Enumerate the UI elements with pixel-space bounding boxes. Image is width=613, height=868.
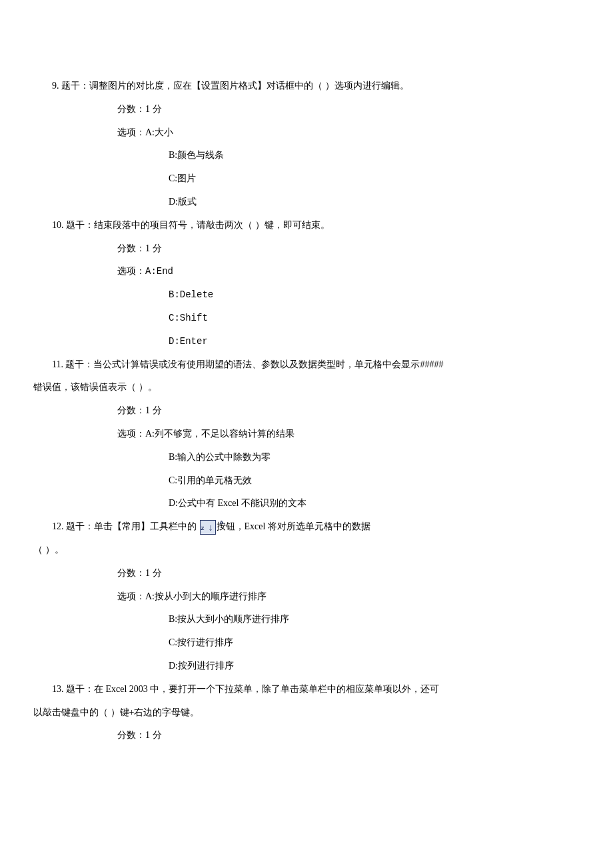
- q12-stem-pre: 单击【常用】工具栏中的: [94, 521, 199, 531]
- q9-label-stem: 题干：: [61, 81, 89, 91]
- q9-opt-a: 选项：A:大小: [33, 123, 580, 143]
- q11-stem2: 错误值，该错误值表示（ ）。: [33, 382, 157, 392]
- q10-stem-text: 结束段落中的项目符号，请敲击两次（ ）键，即可结束。: [94, 220, 330, 230]
- q11-stem-l1: 11. 题干：当公式计算错误或没有使用期望的语法、参数以及数据类型时，单元格中会…: [33, 355, 580, 375]
- q11-b: B:输入的公式中除数为零: [169, 452, 271, 462]
- q13-label-stem: 题干：: [66, 684, 94, 694]
- q10-score-val: 1 分: [145, 243, 162, 253]
- q11-opt-b: B:输入的公式中除数为零: [33, 447, 580, 468]
- q12-label-score: 分数：: [117, 568, 145, 578]
- q9-b: B:颜色与线条: [169, 150, 224, 160]
- q9-label-opts: 选项：: [117, 127, 145, 137]
- q11-label-stem: 题干：: [65, 359, 93, 369]
- q10-score: 分数：1 分: [33, 239, 580, 259]
- q12-b: B:按从大到小的顺序进行排序: [169, 614, 289, 624]
- q11-label-opts: 选项：: [117, 429, 145, 439]
- q12-d: D:按列进行排序: [169, 661, 234, 671]
- q12-opt-d: D:按列进行排序: [33, 656, 580, 677]
- q10-opt-d: D:Enter: [33, 331, 580, 352]
- q12-stem-l2: （ ）。: [33, 540, 580, 561]
- q11-label-score: 分数：: [117, 405, 145, 415]
- q12-c: C:按行进行排序: [169, 637, 233, 647]
- q12-opt-c: C:按行进行排序: [33, 633, 580, 653]
- q10-opt-c: C:Shift: [33, 308, 580, 329]
- q12-num: 12.: [52, 521, 64, 531]
- q12-a: A:按从小到大的顺序进行排序: [145, 591, 267, 601]
- q12-stem-l1: 12. 题干：单击【常用】工具栏中的 AZ↓按钮，Excel 将对所选单元格中的…: [33, 517, 580, 537]
- q9-score-val: 1 分: [145, 104, 162, 114]
- q9-score: 分数：1 分: [33, 99, 580, 120]
- q11-c: C:引用的单元格无效: [169, 475, 252, 485]
- q11-opt-a: 选项：A:列不够宽，不足以容纳计算的结果: [33, 424, 580, 445]
- q11-a: A:列不够宽，不足以容纳计算的结果: [145, 429, 295, 439]
- q10-d: D:Enter: [169, 336, 208, 347]
- q12-opt-b: B:按从大到小的顺序进行排序: [33, 609, 580, 630]
- q9-opt-c: C:图片: [33, 169, 580, 189]
- q10-a: A:End: [145, 266, 173, 277]
- q12-score-val: 1 分: [145, 568, 162, 578]
- q12-stem2: （ ）。: [33, 545, 64, 555]
- q9-d: D:版式: [169, 197, 197, 207]
- q13-score-val: 1 分: [145, 730, 162, 740]
- q10-label-stem: 题干：: [66, 220, 94, 230]
- q10-opt-a: 选项：A:End: [33, 261, 580, 282]
- q10-label-opts: 选项：: [117, 266, 145, 276]
- q10-stem: 10. 题干：结束段落中的项目符号，请敲击两次（ ）键，即可结束。: [33, 215, 580, 236]
- q9-label-score: 分数：: [117, 104, 145, 114]
- q10-b: B:Delete: [169, 289, 213, 300]
- q11-stem-l2: 错误值，该错误值表示（ ）。: [33, 377, 580, 398]
- q12-score: 分数：1 分: [33, 563, 580, 584]
- q13-stem2: 以敲击键盘中的（ ）键+右边的字母键。: [33, 707, 199, 717]
- q9-opt-b: B:颜色与线条: [33, 145, 580, 166]
- q9-a: A:大小: [145, 127, 173, 137]
- q10-c: C:Shift: [169, 313, 208, 323]
- q12-label-opts: 选项：: [117, 591, 145, 601]
- q13-stem-l2: 以敲击键盘中的（ ）键+右边的字母键。: [33, 703, 580, 723]
- q11-opt-c: C:引用的单元格无效: [33, 471, 580, 491]
- q13-score: 分数：1 分: [33, 725, 580, 746]
- q11-stem1: 当公式计算错误或没有使用期望的语法、参数以及数据类型时，单元格中会显示#####: [93, 359, 443, 369]
- q9-c: C:图片: [169, 173, 196, 183]
- q9-num: 9.: [52, 81, 59, 91]
- q10-num: 10.: [52, 220, 64, 230]
- q12-stem-post: 按钮，Excel 将对所选单元格中的数据: [217, 521, 370, 531]
- q11-score-val: 1 分: [145, 405, 162, 415]
- q13-num: 13.: [52, 684, 64, 694]
- q13-stem-l1: 13. 题干：在 Excel 2003 中，要打开一个下拉菜单，除了单击菜单栏中…: [33, 679, 580, 700]
- q9-stem: 9. 题干：调整图片的对比度，应在【设置图片格式】对话框中的（ ）选项内进行编辑…: [33, 76, 580, 97]
- q13-label-score: 分数：: [117, 730, 145, 740]
- q12-label-stem: 题干：: [66, 521, 94, 531]
- q12-opt-a: 选项：A:按从小到大的顺序进行排序: [33, 587, 580, 607]
- q11-opt-d: D:公式中有 Excel 不能识别的文本: [33, 493, 580, 514]
- q9-opt-d: D:版式: [33, 192, 580, 213]
- q10-label-score: 分数：: [117, 243, 145, 253]
- q13-stem1: 在 Excel 2003 中，要打开一个下拉菜单，除了单击菜单栏中的相应菜单项以…: [94, 684, 439, 694]
- q9-stem-text: 调整图片的对比度，应在【设置图片格式】对话框中的（ ）选项内进行编辑。: [89, 81, 409, 91]
- q11-num: 11.: [52, 359, 63, 369]
- q10-opt-b: B:Delete: [33, 285, 580, 305]
- q11-d: D:公式中有 Excel 不能识别的文本: [169, 498, 306, 508]
- sort-ascending-icon: AZ↓: [200, 520, 216, 535]
- q11-score: 分数：1 分: [33, 401, 580, 421]
